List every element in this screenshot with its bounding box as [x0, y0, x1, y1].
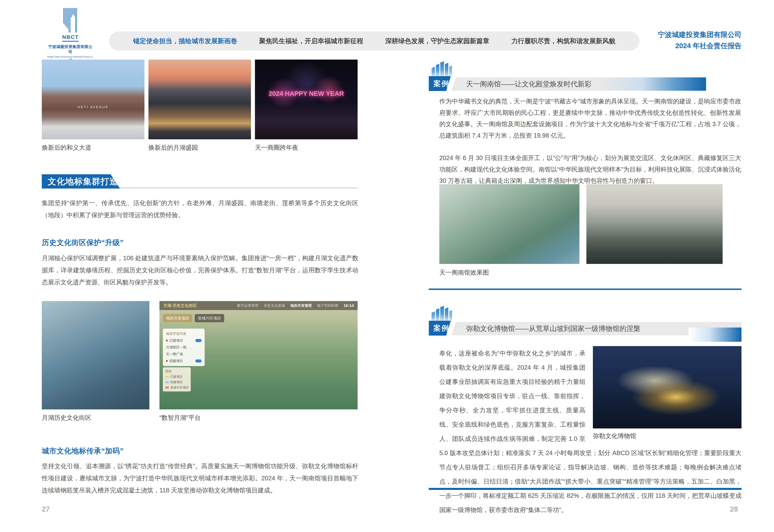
page-number-right: 28	[730, 505, 738, 513]
yuehu-photo-row: 月湖历史文化街区 月湖·历史文化街区 数字运营管理 历史文化资源 地块开发管理 …	[42, 301, 358, 422]
toggle-on-icon	[195, 339, 202, 342]
logo-abbr: NBCT	[62, 34, 79, 42]
legend-item: 老城片区项目	[170, 385, 189, 390]
case2-body: 弥勒文化博物馆 奉化，这座被命名为“中华弥勒文化之乡”的城市，承载着弥勒文化的深…	[439, 346, 741, 517]
case-badge: 案例	[429, 76, 451, 91]
photo-heyi-avenue: HEYI AVENUE	[42, 60, 144, 139]
legend-swatch-oldtown	[165, 387, 169, 389]
case1-paragraph-1: 作为中华藏书文化的典范，天一阁是宁波“书藏古今”城市形象的具体呈现。天一阁南馆的…	[439, 96, 741, 141]
section-divider	[429, 289, 741, 290]
legend-swatch-built	[165, 376, 169, 378]
nav-item-mission[interactable]: 锚定使命担当，描绘城市发展新画卷	[133, 37, 237, 45]
legend-item: 拟建项目	[170, 380, 183, 384]
report-title-block: 宁波城建投资集团有限公司 2024 年社会责任报告	[658, 29, 741, 51]
chip-old-town: 老城片区项目	[195, 314, 224, 322]
case2-title-accent-gradient	[689, 328, 741, 342]
legend-swatch-planned	[165, 381, 169, 383]
pin-icon	[166, 360, 168, 362]
platform-legend: 图例 已建项目 拟建项目 老城片区项目	[163, 367, 191, 391]
legend-item: 已建项目	[170, 375, 183, 379]
platform-menu-item-active: 地块开发管理	[290, 303, 312, 308]
photo-maitreya-museum-night	[593, 346, 741, 428]
photo-cell: 2024 HAPPY NEW YEAR 天一商圈跨年夜	[255, 60, 358, 152]
photo-caption: “数智月湖”平台	[159, 413, 358, 422]
legend-title: 图例	[165, 369, 188, 373]
chip-plot-development: 地块开发项目	[163, 314, 192, 322]
nav-item-harmony[interactable]: 力行履职尽责，构筑和谐发展新风貌	[511, 37, 615, 45]
photo-cell: 焕新后的月湖盛园	[148, 60, 251, 152]
logo-company-name-cn: 宁波城建投资集团有限公司	[46, 44, 94, 54]
platform-filter-chips: 地块开发项目 老城片区项目	[163, 314, 224, 322]
render-tianyige-south-hall-closeup	[586, 184, 723, 264]
heyi-avenue-sign: HEYI AVENUE	[78, 105, 109, 109]
case1-render-row	[439, 184, 741, 264]
panel-title: 地块开发列表	[166, 331, 202, 336]
photo-cell: 月湖·历史文化街区 数字运营管理 历史文化资源 地块开发管理 地下空间利用 16…	[159, 301, 358, 422]
subsection-body-protection: 月湖核心保护区域调整扩展，106 处建筑遗产与环境要素纳入保护范畴。集团推进“一…	[42, 252, 358, 288]
photo-cell	[439, 184, 579, 264]
case1-paragraph-2: 2024 年 6 月 30 日项目主体全面开工，以“公”与“用”为核心，划分为展…	[439, 152, 741, 187]
platform-menu-item: 数字运营管理	[237, 303, 259, 308]
platform-menu-item: 历史文化资源	[264, 303, 285, 308]
page-number-left: 27	[42, 505, 50, 513]
nav-item-green[interactable]: 深耕绿色发展，守护生态家园新篇章	[385, 37, 489, 45]
photo-new-year-eve: 2024 HAPPY NEW YEAR	[255, 60, 358, 139]
photo-yuehu-shengyuan	[148, 60, 251, 139]
new-year-neon-sign: 2024 HAPPY NEW YEAR	[269, 90, 344, 97]
screenshot-digital-yuehu-platform: 月湖·历史文化街区 数字运营管理 历史文化资源 地块开发管理 地下空间利用 16…	[159, 301, 358, 409]
section-intro-paragraph: 集团坚持“保护第一、传承优先、活化创新”的方针，在老外滩、月湖盛园、南塘老街、莲…	[42, 197, 358, 221]
section-title-banner: 文化地标集群打造	[42, 174, 120, 189]
platform-project-panel: 地块开发列表 已建项目 月湖西区一期 天一阁广场 拟建项目	[163, 329, 205, 366]
subsection-title-heritage: 城市文化地标传承“加码”	[42, 446, 124, 456]
toggle-on-icon	[195, 359, 202, 363]
platform-brand: 月湖·历史文化街区	[163, 303, 197, 308]
section-divider	[429, 488, 741, 490]
photo-cell: HEYI AVENUE 焕新后的和义大道	[42, 60, 144, 152]
case2-figure: 弥勒文化博物馆	[593, 346, 741, 440]
case-building-bars-icon	[432, 306, 452, 322]
case-badge: 案例	[429, 321, 451, 336]
nav-item-livelihood[interactable]: 聚焦民生福祉，开启幸福城市新征程	[259, 37, 363, 45]
renewal-photo-row: HEYI AVENUE 焕新后的和义大道 焕新后的月湖盛园 2024 HAPPY…	[42, 60, 358, 152]
panel-item: 天一阁广场	[166, 352, 183, 356]
report-year-title: 2024 年社会责任报告	[658, 40, 741, 51]
photo-caption: 月湖历史文化街区	[42, 413, 149, 422]
platform-clock: 16:14	[344, 303, 354, 308]
photo-caption: 焕新后的月湖盛园	[148, 143, 251, 152]
panel-item: 月湖西区一期	[166, 345, 186, 350]
case1-render-caption: 天一阁南馆效果图	[439, 268, 489, 277]
logo-building-bars-icon	[63, 30, 78, 33]
section-banner-underline	[120, 188, 358, 188]
platform-top-bar: 月湖·历史文化街区 数字运营管理 历史文化资源 地块开发管理 地下空间利用 16…	[159, 301, 358, 310]
company-logo: NBCT 宁波城建投资集团有限公司 Ningbo Urban Construct…	[46, 8, 94, 60]
panel-item: 已建项目	[169, 338, 183, 343]
platform-menu-item: 地下空间利用	[317, 303, 338, 308]
panel-item: 拟建项目	[169, 359, 183, 363]
header-nav: 锚定使命担当，描绘城市发展新画卷 聚焦民生福祉，开启幸福城市新征程 深耕绿色发展…	[109, 31, 639, 51]
case1-title: 天一阁南馆——让文化殿堂焕发时代新彩	[451, 77, 706, 91]
logo-company-name-en: Ningbo Urban Construction Investment Gro…	[46, 56, 94, 60]
subsection-title-protection: 历史文化街区保护“升级”	[42, 238, 124, 248]
photo-cell: 月湖历史文化街区	[42, 301, 149, 422]
report-org: 宁波城建投资集团有限公司	[658, 29, 741, 40]
case1-title-bar: 天一阁南馆——让文化殿堂焕发时代新彩	[451, 77, 706, 91]
photo-caption: 天一商圈跨年夜	[255, 143, 358, 152]
photo-cell	[586, 184, 723, 264]
photo-yuehu-historic-district-model	[42, 301, 149, 409]
photo-caption: 焕新后的和义大道	[42, 143, 144, 152]
render-tianyige-south-hall-aerial	[439, 184, 579, 264]
case-building-bars-icon	[432, 61, 452, 77]
subsection-body-heritage: 坚持文化引领、追本溯源，以“绣花”功夫打造“传世经典”。高质量实施天一阁博物馆功…	[42, 460, 358, 496]
case2-photo-caption: 弥勒文化博物馆	[593, 432, 741, 440]
pin-icon	[166, 340, 168, 341]
